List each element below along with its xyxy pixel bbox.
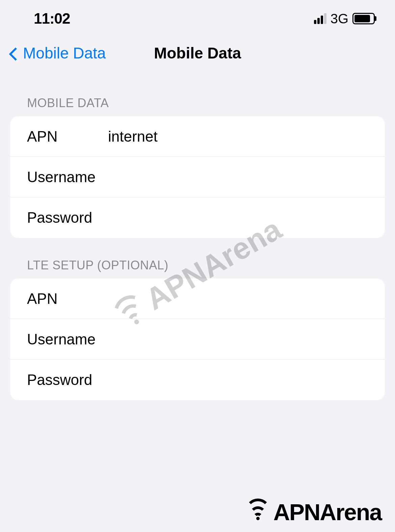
row-lte-username[interactable]: Username	[10, 319, 385, 360]
page-title: Mobile Data	[154, 44, 241, 62]
row-label-lte-password: Password	[27, 371, 108, 388]
username-input[interactable]	[108, 169, 368, 186]
row-apn[interactable]: APN	[10, 116, 385, 157]
section-header-mobile-data: MOBILE DATA	[0, 76, 395, 116]
navigation-bar: Mobile Data Mobile Data	[0, 34, 395, 76]
back-button[interactable]: Mobile Data	[7, 44, 106, 62]
password-input[interactable]	[108, 209, 368, 226]
watermark-bottom: APNArena	[245, 499, 381, 525]
watermark-bottom-text: APNArena	[273, 499, 381, 525]
lte-password-input[interactable]	[108, 371, 368, 388]
row-label-apn: APN	[27, 128, 108, 145]
row-password[interactable]: Password	[10, 197, 385, 238]
lte-username-input[interactable]	[108, 331, 368, 348]
row-username[interactable]: Username	[10, 157, 385, 197]
row-label-password: Password	[27, 209, 108, 226]
row-lte-password[interactable]: Password	[10, 360, 385, 400]
status-time: 11:02	[34, 10, 70, 27]
status-bar: 11:02 3G	[0, 0, 395, 34]
lte-apn-input[interactable]	[108, 290, 368, 307]
row-lte-apn[interactable]: APN	[10, 279, 385, 319]
apn-input[interactable]	[108, 128, 368, 145]
settings-group-lte: APN Username Password	[10, 279, 385, 400]
row-label-lte-apn: APN	[27, 290, 108, 307]
row-label-username: Username	[27, 169, 108, 186]
status-right: 3G	[314, 11, 375, 26]
wifi-icon	[245, 502, 271, 522]
settings-group-mobile-data: APN Username Password	[10, 116, 385, 238]
signal-strength-icon	[314, 13, 326, 24]
section-header-lte: LTE SETUP (OPTIONAL)	[0, 238, 395, 279]
network-type: 3G	[331, 11, 348, 26]
battery-icon	[352, 13, 375, 24]
back-button-label: Mobile Data	[23, 44, 106, 62]
row-label-lte-username: Username	[27, 331, 108, 348]
chevron-left-icon	[7, 45, 20, 62]
